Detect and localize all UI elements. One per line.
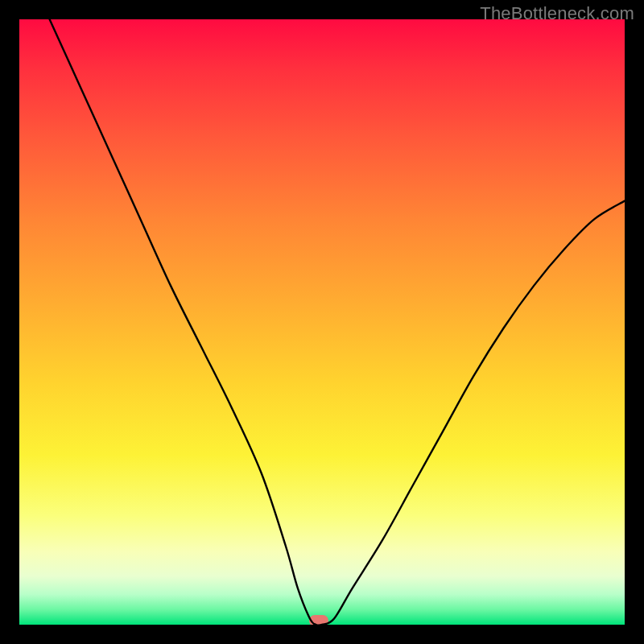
bottleneck-curve (19, 19, 625, 625)
watermark-text: TheBottleneck.com (480, 3, 634, 24)
chart-frame: TheBottleneck.com (0, 0, 644, 644)
plot-area (19, 19, 625, 625)
